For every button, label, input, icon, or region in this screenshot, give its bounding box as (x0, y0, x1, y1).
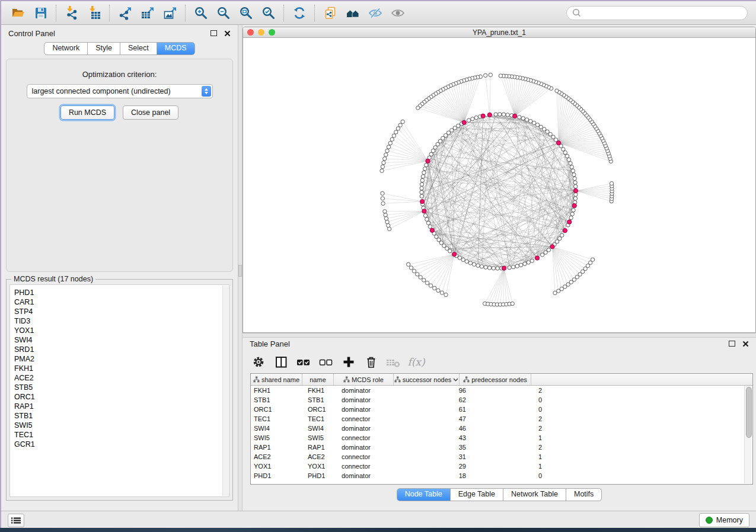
graph-node[interactable] (527, 261, 530, 264)
mcds-result-item[interactable]: TEC1 (14, 430, 229, 440)
graph-node[interactable] (567, 158, 570, 161)
graph-node[interactable] (401, 120, 404, 123)
graph-node[interactable] (421, 175, 425, 178)
graph-node[interactable] (420, 194, 423, 198)
node-table[interactable]: shared namenameMCDS rolesuccessor nodesp… (250, 373, 753, 485)
column-header-successor-nodes[interactable]: successor nodes (394, 374, 460, 385)
graph-node[interactable] (487, 113, 492, 117)
graph-node[interactable] (570, 165, 573, 169)
graph-node[interactable] (423, 167, 427, 171)
graph-node[interactable] (425, 281, 429, 284)
mcds-result-item[interactable]: FKH1 (14, 364, 229, 373)
graph-node[interactable] (383, 210, 387, 213)
graph-node[interactable] (572, 204, 576, 208)
graph-node[interactable] (426, 159, 430, 163)
graph-node[interactable] (563, 229, 567, 233)
graph-node[interactable] (488, 266, 492, 270)
graph-node[interactable] (539, 125, 543, 129)
mcds-result-item[interactable]: SWI4 (14, 335, 229, 345)
graph-node[interactable] (440, 291, 444, 294)
graph-node[interactable] (555, 89, 559, 92)
graph-node[interactable] (556, 141, 560, 145)
graph-node[interactable] (532, 121, 536, 124)
horizontal-splitter[interactable] (243, 333, 756, 338)
graph-node[interactable] (444, 293, 448, 296)
graph-node[interactable] (519, 263, 522, 267)
search-input[interactable] (582, 8, 742, 18)
graph-node[interactable] (384, 217, 388, 220)
mcds-result-item[interactable]: ORC1 (14, 392, 229, 402)
export-table-icon[interactable] (136, 4, 159, 22)
column-header-predecessor-nodes[interactable]: predecessor nodes (460, 374, 531, 385)
graph-node[interactable] (425, 163, 428, 166)
graph-node[interactable] (560, 233, 564, 237)
table-row[interactable]: TEC1TEC1connector472 (251, 414, 752, 424)
mcds-result-item[interactable]: RAP1 (14, 402, 229, 411)
mcds-result-item[interactable]: STB5 (14, 383, 229, 392)
network-canvas[interactable] (243, 38, 755, 333)
add-column-button[interactable] (339, 353, 359, 371)
apply-layout-icon[interactable] (288, 4, 311, 22)
graph-node[interactable] (420, 182, 423, 186)
close-panel-icon[interactable] (224, 30, 231, 37)
table-settings-button[interactable] (248, 353, 269, 371)
graph-node[interactable] (409, 266, 413, 270)
save-session-icon[interactable] (30, 4, 52, 22)
tab-mcds[interactable]: MCDS (157, 43, 194, 55)
graph-node[interactable] (530, 259, 534, 262)
graph-node[interactable] (431, 149, 435, 152)
graph-node[interactable] (430, 228, 434, 232)
graph-node[interactable] (513, 114, 517, 118)
tab-style[interactable]: Style (87, 43, 120, 55)
graph-node[interactable] (484, 265, 487, 269)
graph-node[interactable] (573, 177, 576, 180)
task-history-button[interactable] (8, 514, 24, 527)
graph-node[interactable] (385, 220, 389, 224)
table-row[interactable]: ACE2ACE2connector311 (251, 452, 752, 462)
graph-node[interactable] (471, 117, 474, 121)
graph-node[interactable] (496, 267, 499, 270)
graph-node[interactable] (458, 256, 461, 259)
column-header-name[interactable]: name (302, 374, 334, 385)
network-graph[interactable] (243, 38, 755, 332)
graph-node[interactable] (420, 200, 425, 204)
graph-node[interactable] (416, 273, 419, 276)
graph-node[interactable] (523, 262, 527, 265)
graph-node[interactable] (420, 187, 423, 190)
graph-node[interactable] (420, 178, 424, 182)
graph-node[interactable] (569, 216, 573, 219)
mcds-result-item[interactable]: STB1 (14, 411, 229, 421)
splitter-grip[interactable] (238, 265, 242, 277)
table-scrollbar[interactable] (744, 386, 752, 483)
graph-node[interactable] (384, 213, 387, 217)
criterion-dropdown[interactable]: largest connected component (undirected) (27, 84, 213, 98)
graph-node[interactable] (412, 269, 416, 273)
graph-node[interactable] (574, 185, 578, 188)
tab-select[interactable]: Select (120, 43, 157, 55)
first-neighbors-icon[interactable] (342, 4, 364, 22)
graph-node[interactable] (436, 289, 440, 292)
graph-node[interactable] (571, 169, 575, 172)
graph-node[interactable] (502, 113, 505, 116)
graph-node[interactable] (468, 261, 472, 265)
hide-selected-icon[interactable] (364, 4, 387, 22)
graph-node[interactable] (420, 190, 423, 194)
graph-node[interactable] (511, 302, 514, 305)
float-panel-icon[interactable] (210, 30, 217, 36)
graph-node[interactable] (525, 118, 528, 121)
column-layout-button[interactable] (271, 353, 291, 371)
graph-node[interactable] (518, 116, 521, 119)
graph-node[interactable] (502, 266, 506, 270)
graph-node[interactable] (416, 106, 420, 110)
graph-node[interactable] (387, 227, 391, 230)
tab-network-table[interactable]: Network Table (503, 489, 566, 501)
graph-node[interactable] (419, 275, 422, 279)
mcds-result-item[interactable]: YOX1 (14, 326, 229, 335)
tab-motifs[interactable]: Motifs (566, 489, 601, 501)
result-scrollbar[interactable] (222, 286, 228, 496)
graph-node[interactable] (382, 161, 385, 164)
tab-network[interactable]: Network (44, 43, 87, 55)
graph-node[interactable] (387, 145, 390, 149)
graph-node[interactable] (390, 137, 394, 141)
deselect-all-button[interactable] (316, 353, 336, 371)
